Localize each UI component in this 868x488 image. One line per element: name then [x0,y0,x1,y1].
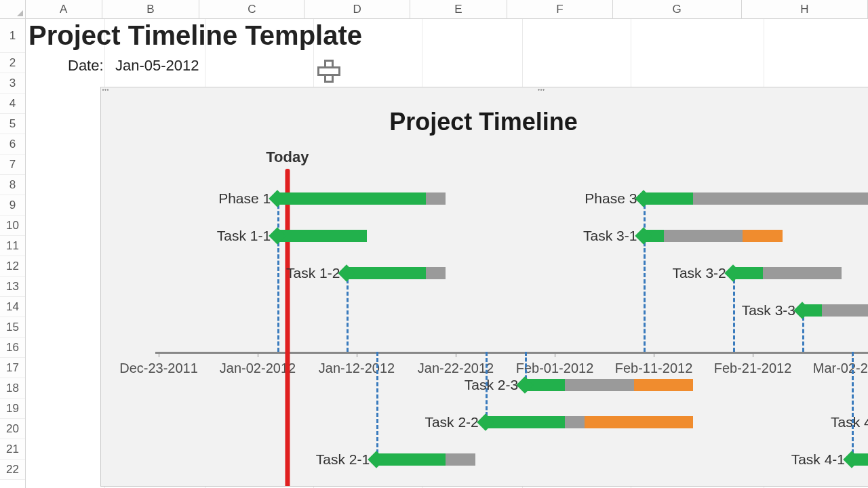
column-header[interactable]: E [410,0,508,18]
row-header[interactable]: 11 [0,236,25,256]
column-header[interactable]: B [102,0,200,18]
gantt-bar[interactable]: Task 3-3 [802,304,868,317]
row-header[interactable]: 13 [0,277,25,297]
bar-segment-orange [585,416,694,428]
row-header[interactable]: 8 [0,175,25,195]
bar-label: Phase 1 [218,190,271,207]
plot-area: Dec-23-2011Jan-02-2012Jan-12-2012Jan-22-… [155,155,868,467]
gantt-bar[interactable]: Task 2-2 [486,416,694,428]
drop-line [852,352,854,460]
bar-label: Task 1-1 [217,228,271,244]
drop-line [376,352,378,460]
chart-title: Project Timeline [101,108,866,136]
bar-label: Task 3-2 [672,265,726,281]
x-tick-label: Jan-12-2012 [319,361,395,376]
x-tick-label: Feb-21-2012 [714,361,792,376]
x-tick-label: Mar-02-2012 [813,361,868,376]
chart-resize-handle[interactable] [538,88,545,92]
row-headers: 12345678910111213141516171819202122 [0,19,26,488]
row-header[interactable]: 16 [0,338,25,358]
bar-segment-gray [822,304,868,317]
x-tick-label: Feb-11-2012 [615,361,693,376]
bar-segment-gray [565,379,634,391]
row-header[interactable]: 15 [0,317,25,338]
row-header[interactable]: 4 [0,94,25,114]
bar-segment-gray [693,192,868,205]
x-axis [155,352,868,354]
date-value[interactable]: Jan-05-2012 [115,57,199,75]
gantt-bar[interactable]: Task 1-1 [277,230,366,242]
bar-segment-gray [426,192,446,205]
bar-segment-orange [634,379,694,391]
drop-line [277,236,279,352]
bar-segment-gray [664,230,743,242]
row-header[interactable]: 7 [0,155,25,175]
drop-line [486,352,488,422]
bar-label: Task 4-1 [791,451,845,468]
bar-label: Task 2-1 [316,451,370,468]
bar-segment-orange [743,230,782,242]
bar-segment-gray [446,453,475,466]
chart-resize-handle[interactable] [102,88,109,92]
x-tick-label: Feb-01-2012 [516,361,594,376]
row-header[interactable]: 5 [0,114,25,134]
bar-label: Task 4-2 [831,414,868,430]
row-header[interactable]: 19 [0,399,25,419]
column-header[interactable]: C [199,0,304,18]
date-label: Date: [68,57,104,75]
bar-segment-gray [763,267,842,279]
gantt-bar[interactable]: Task 2-1 [376,453,475,466]
bar-segment-green [277,192,426,205]
drop-line [644,236,646,352]
spreadsheet[interactable]: ABCDEFGH 1234567891011121314151617181920… [0,0,868,488]
column-headers: ABCDEFGH [26,0,868,19]
column-header[interactable]: A [26,0,102,18]
page-title: Project Timeline Template [28,20,362,51]
bar-segment-gray [565,416,585,428]
bar-label: Phase 3 [585,190,637,207]
select-all-corner[interactable] [0,0,26,19]
bar-segment-gray [426,267,446,279]
row-header[interactable]: 18 [0,378,25,399]
x-tick-label: Jan-22-2012 [418,361,494,376]
bar-label: Task 2-3 [465,377,518,393]
cell-cursor-icon [319,61,335,77]
bar-segment-green [486,416,565,428]
bar-label: Task 2-2 [425,414,478,430]
row-header[interactable]: 20 [0,419,25,439]
gantt-bar[interactable]: Task 3-1 [644,230,782,242]
row-header[interactable]: 6 [0,134,25,155]
gantt-bar[interactable]: Task 4-1 [852,453,868,466]
column-header[interactable]: G [613,0,742,18]
row-header[interactable]: 12 [0,256,25,277]
row-header[interactable]: 22 [0,460,25,480]
row-header[interactable]: 3 [0,73,25,94]
bar-label: Task 3-1 [583,228,637,244]
bar-segment-green [277,230,366,242]
gantt-bar[interactable]: Task 2-3 [525,379,693,391]
row-header[interactable]: 2 [0,53,25,73]
row-header[interactable]: 17 [0,358,25,378]
bar-segment-green [376,453,446,466]
row-header[interactable]: 21 [0,439,25,460]
x-tick-label: Jan-02-2012 [220,361,296,376]
column-header[interactable]: H [742,0,868,18]
row-header[interactable]: 1 [0,19,25,53]
drop-line [733,273,735,352]
gantt-bar[interactable]: Phase 3 [644,192,868,205]
row-header[interactable]: 14 [0,297,25,317]
drop-line [347,273,349,352]
column-header[interactable]: D [304,0,410,18]
bar-label: Task 1-2 [286,265,340,281]
today-marker [285,169,290,487]
project-timeline-chart[interactable]: Project Timeline Dec-23-2011Jan-02-2012J… [100,87,868,487]
bar-segment-green [347,267,426,279]
row-header[interactable]: 10 [0,216,25,236]
gantt-bar[interactable]: Task 3-2 [733,267,842,279]
bar-label: Task 3-3 [742,302,795,319]
gantt-bar[interactable]: Phase 1 [277,192,446,205]
x-tick-label: Dec-23-2011 [119,361,198,376]
gantt-bar[interactable]: Task 1-2 [347,267,446,279]
column-header[interactable]: F [507,0,612,18]
row-header[interactable]: 9 [0,195,25,216]
